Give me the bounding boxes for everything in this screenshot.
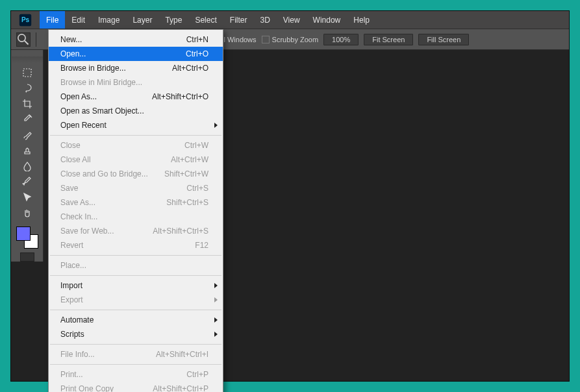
crop-icon	[22, 99, 32, 109]
pen-icon	[22, 177, 32, 187]
menuitem-shortcut: Ctrl+P	[186, 370, 208, 379]
lasso-icon	[22, 83, 32, 93]
menu-separator	[50, 275, 221, 276]
blur-icon	[22, 161, 32, 171]
menuitem-label: Close All	[60, 155, 91, 164]
current-tool-icon[interactable]	[16, 32, 31, 47]
menuitem-shortcut: Alt+Ctrl+O	[172, 64, 208, 73]
tool-blur[interactable]	[19, 159, 35, 173]
rect-marquee-icon	[22, 67, 32, 78]
menubar: Ps FileEditImageLayerTypeSelectFilter3DV…	[11, 11, 569, 29]
menuitem-print-one-copy: Print One CopyAlt+Shift+Ctrl+P	[49, 382, 223, 392]
menu-layer[interactable]: Layer	[126, 11, 158, 29]
menu-3d[interactable]: 3D	[253, 11, 276, 29]
zoom-100-button[interactable]: 100%	[323, 34, 359, 45]
menuitem-label: File Info...	[60, 350, 95, 359]
submenu-arrow-icon	[214, 297, 218, 302]
menuitem-shortcut: Alt+Ctrl+W	[171, 155, 208, 164]
menuitem-automate[interactable]: Automate	[49, 313, 223, 327]
tool-lasso[interactable]	[19, 81, 35, 95]
submenu-arrow-icon	[214, 283, 218, 288]
app-logo: Ps	[11, 11, 40, 29]
color-swatches[interactable]	[16, 227, 38, 249]
menuitem-close-all: Close AllAlt+Ctrl+W	[49, 153, 223, 167]
menuitem-file-info: File Info...Alt+Shift+Ctrl+I	[49, 347, 223, 361]
menuitem-import[interactable]: Import	[49, 278, 223, 293]
menuitem-shortcut: F12	[195, 241, 208, 250]
eyedropper-icon	[22, 114, 32, 125]
menuitem-label: Automate	[60, 315, 94, 325]
menuitem-shortcut: Ctrl+O	[186, 49, 208, 58]
menu-view[interactable]: View	[277, 11, 307, 29]
quickmask-toggle[interactable]	[20, 252, 34, 262]
menuitem-open-as-smart-object[interactable]: Open as Smart Object...	[49, 104, 223, 118]
menu-select[interactable]: Select	[188, 11, 223, 29]
menuitem-label: Open as Smart Object...	[60, 106, 144, 116]
menuitem-shortcut: Alt+Shift+Ctrl+O	[152, 92, 208, 101]
menu-separator	[50, 255, 221, 256]
menu-separator	[50, 364, 221, 365]
menuitem-save: SaveCtrl+S	[49, 181, 223, 195]
menuitem-open[interactable]: Open...Ctrl+O	[49, 47, 223, 61]
tool-pen[interactable]	[19, 175, 35, 189]
menuitem-check-in: Check In...	[49, 210, 223, 224]
menuitem-label: Save for Web...	[60, 227, 114, 236]
menuitem-new[interactable]: New...Ctrl+N	[49, 32, 223, 47]
menuitem-label: Import	[60, 281, 82, 290]
menu-help[interactable]: Help	[347, 11, 376, 29]
menuitem-label: Scripts	[60, 330, 84, 339]
menuitem-scripts[interactable]: Scripts	[49, 327, 223, 341]
fill-screen-button[interactable]: Fill Screen	[418, 34, 469, 45]
menuitem-label: Check In...	[60, 212, 97, 221]
menuitem-label: Save As...	[60, 198, 95, 207]
zoom-icon	[17, 33, 30, 46]
tool-direct-select[interactable]	[19, 190, 35, 204]
direct-select-icon	[22, 192, 32, 202]
svg-rect-4	[23, 69, 31, 77]
menuitem-label: Revert	[60, 241, 83, 250]
menuitem-shortcut: Shift+Ctrl+W	[164, 169, 208, 178]
menu-edit[interactable]: Edit	[65, 11, 92, 29]
brush-icon	[22, 130, 32, 140]
menuitem-label: Print...	[60, 370, 83, 379]
hand-icon	[22, 208, 32, 218]
menu-window[interactable]: Window	[307, 11, 347, 29]
svg-point-2	[18, 34, 25, 41]
submenu-arrow-icon	[214, 123, 218, 128]
tool-hand[interactable]	[19, 206, 35, 220]
scrubby-zoom-checkbox[interactable]	[262, 36, 270, 43]
menuitem-shortcut: Ctrl+S	[186, 184, 208, 193]
foreground-color-swatch[interactable]	[16, 227, 31, 241]
menuitem-label: Open As...	[60, 92, 97, 101]
menuitem-shortcut: Alt+Shift+Ctrl+S	[153, 227, 208, 236]
tool-clone-stamp[interactable]	[19, 143, 35, 158]
fit-screen-button[interactable]: Fit Screen	[364, 34, 413, 45]
tool-rect-marquee[interactable]	[19, 66, 35, 80]
tool-brush[interactable]	[19, 128, 35, 142]
menu-image[interactable]: Image	[92, 11, 126, 29]
tool-eyedropper[interactable]	[19, 112, 35, 127]
menu-separator	[50, 344, 221, 345]
menuitem-open-as[interactable]: Open As...Alt+Shift+Ctrl+O	[49, 90, 223, 104]
menu-type[interactable]: Type	[158, 11, 188, 29]
menu-separator	[50, 135, 221, 136]
menuitem-open-recent[interactable]: Open Recent	[49, 118, 223, 132]
menuitem-browse-in-mini-bridge: Browse in Mini Bridge...	[49, 75, 223, 90]
menuitem-label: Close and Go to Bridge...	[60, 169, 148, 178]
submenu-arrow-icon	[214, 317, 218, 323]
menuitem-export: Export	[49, 293, 223, 307]
svg-line-3	[25, 40, 29, 44]
menuitem-print: Print...Ctrl+P	[49, 367, 223, 382]
tool-crop[interactable]	[19, 97, 35, 111]
menuitem-label: Export	[60, 295, 83, 304]
menu-separator	[50, 310, 221, 310]
menuitem-save-for-web: Save for Web...Alt+Shift+Ctrl+S	[49, 224, 223, 238]
menu-file[interactable]: File	[40, 11, 65, 29]
menuitem-shortcut: Ctrl+N	[186, 35, 208, 44]
menuitem-save-as: Save As...Shift+Ctrl+S	[49, 195, 223, 210]
menu-filter[interactable]: Filter	[223, 11, 254, 29]
menuitem-browse-in-bridge[interactable]: Browse in Bridge...Alt+Ctrl+O	[49, 61, 223, 75]
fit-label: ll Windows	[222, 36, 257, 43]
menuitem-revert: RevertF12	[49, 238, 223, 252]
menuitem-label: Close	[60, 141, 81, 150]
